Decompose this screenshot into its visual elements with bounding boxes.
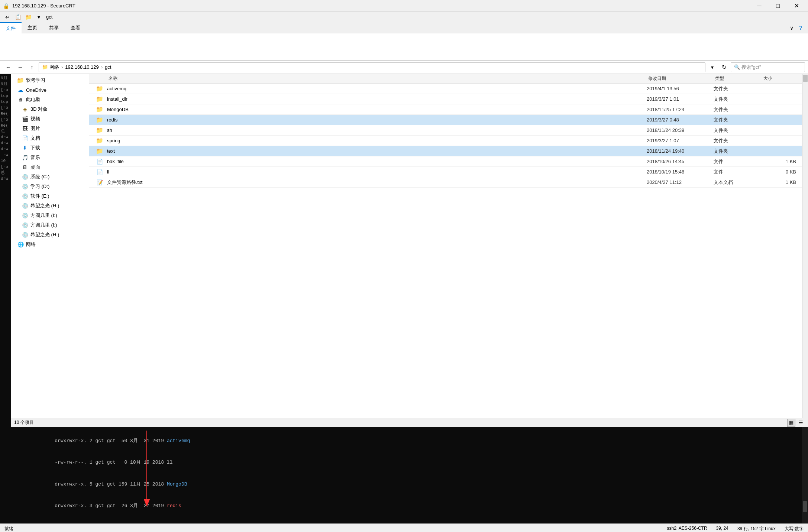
file-name: ll [107,169,647,175]
file-row[interactable]: 📁install_dir2019/3/27 1:01文件夹 [89,94,802,104]
file-row[interactable]: 📁redis2019/3/27 0:48文件夹 [89,115,802,125]
search-box[interactable]: 🔍 搜索"gct" [731,62,805,72]
col-date[interactable]: 修改日期 [647,75,714,82]
sidebar: 📁 软考学习 ☁ OneDrive 🖥 [11,74,89,418]
file-icon: 📁 [92,95,107,103]
ribbon-help[interactable]: ? [796,24,805,32]
col-type[interactable]: 类型 [714,75,762,82]
file-row[interactable]: 📝文件资源路径.txt2020/4/27 11:12文本文档1 KB [89,177,802,188]
view-detail-button[interactable]: ▦ [787,419,795,427]
file-row[interactable]: 📄bak_file2018/10/26 14:45文件1 KB [89,156,802,167]
strip-line: drw [1,134,10,140]
file-icon: 📁 [92,127,107,134]
sidebar-label: 希望之光 (H:) [30,231,59,238]
file-type: 文件夹 [714,127,762,134]
sidebar-item-network[interactable]: 🌐 网络 [11,240,89,249]
sidebar-item-thispc[interactable]: 🖥 此电脑 [11,95,89,104]
titlebar-left: 🔒 192.168.10.129 - SecureCRT [3,3,75,9]
file-size: 1 KB [762,179,799,185]
strip-line: Re( [1,123,10,129]
strip-line: -rw [1,152,10,158]
terminal-line: drwxrwxr-x. 5 gct gct 159 11月 25 2018 Mo… [14,473,799,495]
dropdown-button[interactable]: ▾ [707,62,717,72]
maximize-button[interactable]: □ [769,0,786,12]
file-type: 文件夹 [714,148,762,155]
sidebar-item-images[interactable]: 🖼 图片 [11,124,89,133]
col-name[interactable]: 名称 [107,75,647,82]
terminal-scrollbar[interactable] [802,427,808,523]
terminal-line: drwxrwxr-x. 2 gct gct 50 3月 31 2019 acti… [14,430,799,452]
file-icon: 📁 [92,116,107,123]
file-row[interactable]: 📁activemq2019/4/1 13:56文件夹 [89,84,802,94]
sidebar-item-driveH2[interactable]: 💿 希望之光 (H:) [11,230,89,240]
sidebar-item-driveH[interactable]: 💿 希望之光 (H:) [11,201,89,211]
up-button[interactable]: ↑ [27,62,37,72]
terminal-content[interactable]: drwxrwxr-x. 2 gct gct 50 3月 31 2019 acti… [11,427,802,523]
search-placeholder: 搜索"gct" [741,64,761,71]
tab-home[interactable]: 主页 [22,22,43,33]
file-row[interactable]: 📁text2018/11/24 19:40文件夹 [89,146,802,156]
sidebar-item-driveI2[interactable]: 💿 方圆几里 (I:) [11,220,89,230]
terminal-line: drwxrwxr-x. 2 gct gct 106 11月 24 2018 sh [14,517,799,523]
path-part-ip[interactable]: 192.168.10.129 [65,64,98,70]
file-size: 1 KB [762,159,799,164]
file-row[interactable]: 📁spring2019/3/27 1:07文件夹 [89,136,802,146]
ribbon-chevron[interactable]: ∨ [787,24,796,32]
back-button[interactable]: ← [3,62,13,72]
ribbon-tabs: 文件 主页 共享 查看 ∨ ? [0,22,808,33]
strip-line: [ro [1,117,10,123]
qat-dropdown[interactable]: ▾ [34,13,43,21]
sidebar-item-desktop[interactable]: 🖥 桌面 [11,162,89,172]
scrollbar-vertical[interactable] [802,74,808,418]
sidebar-item-driveD[interactable]: 💿 学习 (D:) [11,182,89,191]
close-button[interactable]: ✕ [788,0,805,12]
path-part-gct[interactable]: gct [105,64,111,70]
tab-view[interactable]: 查看 [65,22,86,33]
strip-line: drw [1,146,10,152]
col-size[interactable]: 大小 [762,75,799,82]
forward-button[interactable]: → [15,62,25,72]
tab-file[interactable]: 文件 [0,22,22,33]
sidebar-item-documents[interactable]: 📄 文档 [11,133,89,143]
address-path[interactable]: 📁 网络 › 192.168.10.129 › gct [39,62,705,72]
strip-line: Re( [1,111,10,117]
sidebar-item-videos[interactable]: 🎬 视频 [11,114,89,124]
file-type: 文件夹 [714,106,762,113]
file-type: 文件 [714,158,762,165]
downloads-icon: ⬇ [22,145,28,151]
sidebar-item-driveE[interactable]: 💿 软件 (E:) [11,191,89,201]
drive-h-icon: 💿 [22,202,28,209]
sidebar-label: OneDrive [26,87,46,93]
view-list-button[interactable]: ☰ [797,419,805,427]
sidebar-label: 方圆几里 (I:) [30,222,57,228]
terminal-main[interactable]: drwxrwxr-x. 2 gct gct 50 3月 31 2019 acti… [11,427,802,523]
strip-line: [ro [1,164,10,170]
sidebar-item-music[interactable]: 🎵 音乐 [11,153,89,162]
path-part-network[interactable]: 网络 [49,64,59,71]
ribbon: 文件 主页 共享 查看 ∨ ? [0,22,808,61]
refresh-button[interactable]: ↻ [719,62,729,72]
status-lines: 39 行, 152 字 Linux [737,526,776,532]
file-row[interactable]: 📁MongoDB2018/11/25 17:24文件夹 [89,104,802,115]
pc-icon: 🖥 [17,96,24,103]
sidebar-item-3dobjects[interactable]: ◈ 3D 对象 [11,104,89,114]
explorer-pane: 📁 软考学习 ☁ OneDrive 🖥 [11,74,808,523]
quick-access-toolbar: ↩ 📋 📁 ▾ gct [0,12,808,22]
qat-back[interactable]: ↩ [3,13,12,21]
sidebar-label: 此电脑 [26,96,41,103]
drive-i2-icon: 💿 [22,222,28,228]
file-row[interactable]: 📁sh2018/11/24 20:39文件夹 [89,125,802,136]
left-terminal-strip: 9月 9月 [ro tcp tcp [ro Re( [ro Re( 总 drw … [0,74,11,523]
sidebar-item-onedrive[interactable]: ☁ OneDrive [11,85,89,95]
sidebar-item-downloads[interactable]: ⬇ 下载 [11,143,89,153]
sidebar-item-driveI1[interactable]: 💿 方圆几里 (I:) [11,211,89,220]
minimize-button[interactable]: ─ [751,0,768,12]
sidebar-item-studyfolder[interactable]: 📁 软考学习 [11,75,89,85]
tab-share[interactable]: 共享 [43,22,65,33]
qat-clipboard[interactable]: 📋 [13,13,22,21]
qat-folder[interactable]: 📁 [24,13,33,21]
sidebar-item-driveC[interactable]: 💿 系统 (C:) [11,172,89,182]
file-date: 2019/3/27 1:01 [647,96,714,102]
drive-h2-icon: 💿 [22,231,28,238]
file-row[interactable]: 📄ll2018/10/19 15:48文件0 KB [89,167,802,177]
